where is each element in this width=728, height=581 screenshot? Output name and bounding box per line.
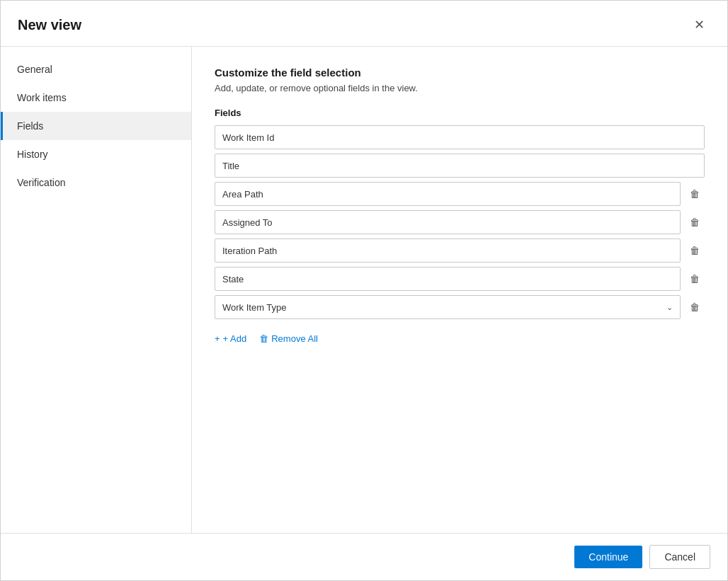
field-row-title bbox=[215, 154, 705, 178]
dialog-footer: Continue Cancel bbox=[1, 533, 727, 580]
close-button[interactable]: ✕ bbox=[688, 13, 710, 36]
add-icon: + bbox=[215, 333, 220, 344]
sidebar: General Work items Fields History Verifi… bbox=[1, 47, 192, 533]
sidebar-item-label-history: History bbox=[17, 149, 48, 160]
sidebar-item-general[interactable]: General bbox=[1, 55, 191, 84]
field-input-title[interactable] bbox=[215, 154, 705, 178]
main-content: Customize the field selection Add, updat… bbox=[192, 47, 727, 533]
delete-button-iteration-path[interactable]: 🗑 bbox=[685, 241, 705, 260]
field-row-iteration-path: 🗑 bbox=[215, 238, 705, 263]
new-view-dialog: New view ✕ General Work items Fields His… bbox=[0, 0, 728, 581]
close-icon: ✕ bbox=[694, 17, 705, 33]
field-row-work-item-type: Work Item Type ⌄ 🗑 bbox=[215, 295, 705, 319]
sidebar-item-label-verification: Verification bbox=[17, 177, 65, 188]
sidebar-item-history[interactable]: History bbox=[1, 140, 191, 168]
sidebar-item-label-general: General bbox=[17, 64, 52, 75]
continue-button[interactable]: Continue bbox=[574, 546, 642, 568]
add-field-button[interactable]: + + Add bbox=[215, 330, 246, 347]
trash-icon-state: 🗑 bbox=[690, 273, 700, 284]
field-row-state: 🗑 bbox=[215, 267, 705, 291]
field-row-work-item-id bbox=[215, 125, 705, 149]
field-input-area-path[interactable] bbox=[215, 182, 681, 206]
field-dropdown-work-item-type[interactable]: Work Item Type ⌄ bbox=[215, 295, 681, 319]
remove-all-label: Remove All bbox=[271, 333, 318, 344]
sidebar-item-label-work-items: Work items bbox=[17, 92, 67, 103]
delete-button-assigned-to[interactable]: 🗑 bbox=[685, 212, 705, 232]
field-dropdown-label-work-item-type: Work Item Type bbox=[222, 302, 287, 313]
section-title: Customize the field selection bbox=[215, 67, 705, 79]
chevron-down-icon: ⌄ bbox=[666, 303, 673, 312]
fields-label: Fields bbox=[215, 108, 705, 118]
dialog-title: New view bbox=[18, 17, 81, 33]
sidebar-item-fields[interactable]: Fields bbox=[1, 112, 191, 140]
section-desc: Add, update, or remove optional fields i… bbox=[215, 83, 705, 93]
trash-icon-area-path: 🗑 bbox=[690, 188, 700, 200]
field-input-state[interactable] bbox=[215, 267, 681, 291]
sidebar-item-work-items[interactable]: Work items bbox=[1, 84, 191, 112]
sidebar-item-verification[interactable]: Verification bbox=[1, 168, 191, 197]
sidebar-item-label-fields: Fields bbox=[17, 120, 43, 132]
field-row-area-path: 🗑 bbox=[215, 182, 705, 206]
delete-button-area-path[interactable]: 🗑 bbox=[685, 184, 705, 204]
trash-icon-work-item-type: 🗑 bbox=[690, 301, 700, 313]
remove-all-button[interactable]: 🗑 Remove All bbox=[259, 330, 318, 347]
actions-row: + + Add 🗑 Remove All bbox=[215, 330, 705, 347]
field-row-assigned-to: 🗑 bbox=[215, 210, 705, 234]
remove-all-trash-icon: 🗑 bbox=[259, 333, 268, 344]
delete-button-state[interactable]: 🗑 bbox=[685, 269, 705, 289]
dialog-header: New view ✕ bbox=[1, 1, 727, 47]
delete-button-work-item-type[interactable]: 🗑 bbox=[685, 297, 705, 317]
add-label: + Add bbox=[223, 333, 247, 344]
field-list: 🗑 🗑 🗑 bbox=[215, 125, 705, 319]
field-input-work-item-id[interactable] bbox=[215, 125, 705, 149]
trash-icon-iteration-path: 🗑 bbox=[690, 245, 700, 256]
dialog-body: General Work items Fields History Verifi… bbox=[1, 47, 727, 533]
field-input-iteration-path[interactable] bbox=[215, 238, 681, 263]
trash-icon-assigned-to: 🗑 bbox=[690, 217, 700, 228]
cancel-button[interactable]: Cancel bbox=[649, 545, 710, 569]
field-input-assigned-to[interactable] bbox=[215, 210, 681, 234]
